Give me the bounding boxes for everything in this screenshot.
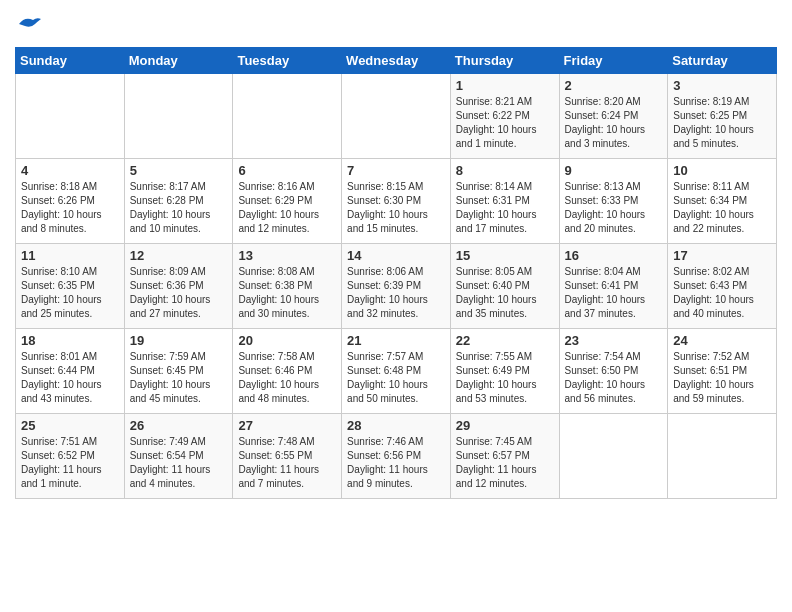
day-number: 10 [673, 163, 771, 178]
day-info: Sunrise: 7:45 AM Sunset: 6:57 PM Dayligh… [456, 435, 554, 491]
calendar-cell: 21Sunrise: 7:57 AM Sunset: 6:48 PM Dayli… [342, 328, 451, 413]
day-info: Sunrise: 7:59 AM Sunset: 6:45 PM Dayligh… [130, 350, 228, 406]
calendar-cell: 16Sunrise: 8:04 AM Sunset: 6:41 PM Dayli… [559, 243, 668, 328]
day-number: 23 [565, 333, 663, 348]
day-info: Sunrise: 7:57 AM Sunset: 6:48 PM Dayligh… [347, 350, 445, 406]
day-number: 24 [673, 333, 771, 348]
calendar-cell: 2Sunrise: 8:20 AM Sunset: 6:24 PM Daylig… [559, 73, 668, 158]
day-number: 17 [673, 248, 771, 263]
day-number: 4 [21, 163, 119, 178]
day-number: 2 [565, 78, 663, 93]
day-info: Sunrise: 7:54 AM Sunset: 6:50 PM Dayligh… [565, 350, 663, 406]
calendar-cell: 4Sunrise: 8:18 AM Sunset: 6:26 PM Daylig… [16, 158, 125, 243]
day-number: 18 [21, 333, 119, 348]
calendar-cell: 23Sunrise: 7:54 AM Sunset: 6:50 PM Dayli… [559, 328, 668, 413]
header-day: Friday [559, 47, 668, 73]
calendar-cell: 14Sunrise: 8:06 AM Sunset: 6:39 PM Dayli… [342, 243, 451, 328]
day-info: Sunrise: 8:10 AM Sunset: 6:35 PM Dayligh… [21, 265, 119, 321]
day-number: 7 [347, 163, 445, 178]
day-info: Sunrise: 8:15 AM Sunset: 6:30 PM Dayligh… [347, 180, 445, 236]
calendar-cell: 12Sunrise: 8:09 AM Sunset: 6:36 PM Dayli… [124, 243, 233, 328]
day-number: 9 [565, 163, 663, 178]
day-info: Sunrise: 7:48 AM Sunset: 6:55 PM Dayligh… [238, 435, 336, 491]
day-number: 25 [21, 418, 119, 433]
calendar-week-row: 11Sunrise: 8:10 AM Sunset: 6:35 PM Dayli… [16, 243, 777, 328]
day-info: Sunrise: 8:02 AM Sunset: 6:43 PM Dayligh… [673, 265, 771, 321]
day-info: Sunrise: 8:18 AM Sunset: 6:26 PM Dayligh… [21, 180, 119, 236]
day-info: Sunrise: 8:16 AM Sunset: 6:29 PM Dayligh… [238, 180, 336, 236]
day-info: Sunrise: 8:01 AM Sunset: 6:44 PM Dayligh… [21, 350, 119, 406]
calendar-cell: 27Sunrise: 7:48 AM Sunset: 6:55 PM Dayli… [233, 413, 342, 498]
day-number: 28 [347, 418, 445, 433]
header-day: Tuesday [233, 47, 342, 73]
day-number: 8 [456, 163, 554, 178]
day-number: 3 [673, 78, 771, 93]
calendar-cell [16, 73, 125, 158]
day-number: 14 [347, 248, 445, 263]
calendar-cell: 8Sunrise: 8:14 AM Sunset: 6:31 PM Daylig… [450, 158, 559, 243]
day-info: Sunrise: 7:55 AM Sunset: 6:49 PM Dayligh… [456, 350, 554, 406]
header-day: Wednesday [342, 47, 451, 73]
day-info: Sunrise: 7:58 AM Sunset: 6:46 PM Dayligh… [238, 350, 336, 406]
calendar-cell: 17Sunrise: 8:02 AM Sunset: 6:43 PM Dayli… [668, 243, 777, 328]
page-header [15, 10, 777, 39]
calendar-cell: 1Sunrise: 8:21 AM Sunset: 6:22 PM Daylig… [450, 73, 559, 158]
calendar-cell: 22Sunrise: 7:55 AM Sunset: 6:49 PM Dayli… [450, 328, 559, 413]
day-info: Sunrise: 7:51 AM Sunset: 6:52 PM Dayligh… [21, 435, 119, 491]
calendar-cell: 15Sunrise: 8:05 AM Sunset: 6:40 PM Dayli… [450, 243, 559, 328]
day-info: Sunrise: 7:46 AM Sunset: 6:56 PM Dayligh… [347, 435, 445, 491]
calendar-week-row: 4Sunrise: 8:18 AM Sunset: 6:26 PM Daylig… [16, 158, 777, 243]
calendar-cell: 29Sunrise: 7:45 AM Sunset: 6:57 PM Dayli… [450, 413, 559, 498]
calendar-cell: 6Sunrise: 8:16 AM Sunset: 6:29 PM Daylig… [233, 158, 342, 243]
day-info: Sunrise: 8:14 AM Sunset: 6:31 PM Dayligh… [456, 180, 554, 236]
calendar-cell [668, 413, 777, 498]
day-number: 16 [565, 248, 663, 263]
calendar-cell [559, 413, 668, 498]
calendar-cell: 10Sunrise: 8:11 AM Sunset: 6:34 PM Dayli… [668, 158, 777, 243]
header-day: Thursday [450, 47, 559, 73]
header-day: Saturday [668, 47, 777, 73]
calendar-cell: 5Sunrise: 8:17 AM Sunset: 6:28 PM Daylig… [124, 158, 233, 243]
calendar-cell: 11Sunrise: 8:10 AM Sunset: 6:35 PM Dayli… [16, 243, 125, 328]
day-info: Sunrise: 8:21 AM Sunset: 6:22 PM Dayligh… [456, 95, 554, 151]
day-number: 11 [21, 248, 119, 263]
calendar-table: SundayMondayTuesdayWednesdayThursdayFrid… [15, 47, 777, 499]
day-number: 29 [456, 418, 554, 433]
day-info: Sunrise: 8:09 AM Sunset: 6:36 PM Dayligh… [130, 265, 228, 321]
day-number: 15 [456, 248, 554, 263]
calendar-cell: 28Sunrise: 7:46 AM Sunset: 6:56 PM Dayli… [342, 413, 451, 498]
calendar-cell: 20Sunrise: 7:58 AM Sunset: 6:46 PM Dayli… [233, 328, 342, 413]
calendar-cell [233, 73, 342, 158]
calendar-cell: 18Sunrise: 8:01 AM Sunset: 6:44 PM Dayli… [16, 328, 125, 413]
day-number: 22 [456, 333, 554, 348]
calendar-cell: 7Sunrise: 8:15 AM Sunset: 6:30 PM Daylig… [342, 158, 451, 243]
day-number: 26 [130, 418, 228, 433]
header-row: SundayMondayTuesdayWednesdayThursdayFrid… [16, 47, 777, 73]
calendar-cell: 3Sunrise: 8:19 AM Sunset: 6:25 PM Daylig… [668, 73, 777, 158]
header-day: Monday [124, 47, 233, 73]
day-number: 21 [347, 333, 445, 348]
day-info: Sunrise: 7:52 AM Sunset: 6:51 PM Dayligh… [673, 350, 771, 406]
header-day: Sunday [16, 47, 125, 73]
calendar-cell: 9Sunrise: 8:13 AM Sunset: 6:33 PM Daylig… [559, 158, 668, 243]
calendar-week-row: 25Sunrise: 7:51 AM Sunset: 6:52 PM Dayli… [16, 413, 777, 498]
calendar-cell: 24Sunrise: 7:52 AM Sunset: 6:51 PM Dayli… [668, 328, 777, 413]
day-info: Sunrise: 8:13 AM Sunset: 6:33 PM Dayligh… [565, 180, 663, 236]
day-number: 5 [130, 163, 228, 178]
day-number: 19 [130, 333, 228, 348]
day-info: Sunrise: 8:17 AM Sunset: 6:28 PM Dayligh… [130, 180, 228, 236]
day-number: 20 [238, 333, 336, 348]
calendar-cell [124, 73, 233, 158]
calendar-week-row: 18Sunrise: 8:01 AM Sunset: 6:44 PM Dayli… [16, 328, 777, 413]
calendar-cell: 26Sunrise: 7:49 AM Sunset: 6:54 PM Dayli… [124, 413, 233, 498]
day-info: Sunrise: 8:20 AM Sunset: 6:24 PM Dayligh… [565, 95, 663, 151]
calendar-cell: 19Sunrise: 7:59 AM Sunset: 6:45 PM Dayli… [124, 328, 233, 413]
day-number: 12 [130, 248, 228, 263]
day-info: Sunrise: 8:06 AM Sunset: 6:39 PM Dayligh… [347, 265, 445, 321]
day-info: Sunrise: 7:49 AM Sunset: 6:54 PM Dayligh… [130, 435, 228, 491]
day-info: Sunrise: 8:11 AM Sunset: 6:34 PM Dayligh… [673, 180, 771, 236]
logo [15, 14, 41, 39]
day-number: 6 [238, 163, 336, 178]
day-number: 1 [456, 78, 554, 93]
calendar-cell: 13Sunrise: 8:08 AM Sunset: 6:38 PM Dayli… [233, 243, 342, 328]
